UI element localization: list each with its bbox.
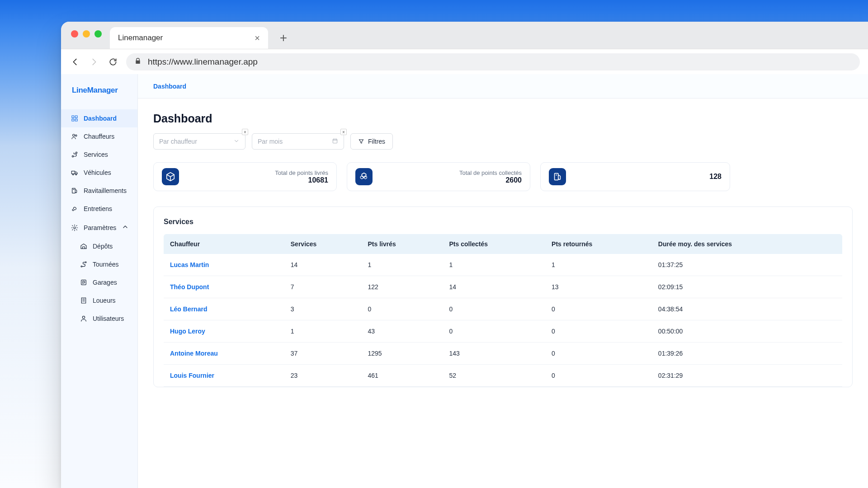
filter-row: × Par chauffeur × Par mois bbox=[153, 133, 853, 150]
close-window-icon[interactable] bbox=[71, 30, 78, 38]
stat-label: Total de points livrés bbox=[275, 169, 328, 176]
sidebar-item-label: Dashboard bbox=[84, 115, 117, 122]
calendar-icon bbox=[332, 138, 338, 145]
browser-tab[interactable]: Linemanager × bbox=[110, 27, 268, 49]
driver-link[interactable]: Théo Dupont bbox=[170, 283, 209, 291]
driver-link[interactable]: Hugo Leroy bbox=[170, 328, 205, 335]
maximize-window-icon[interactable] bbox=[94, 30, 102, 38]
lock-icon bbox=[134, 57, 142, 67]
cell-services: 7 bbox=[284, 276, 362, 298]
sidebar-item-services[interactable]: Services bbox=[61, 145, 137, 164]
sidebar-item-label: Chauffeurs bbox=[84, 133, 114, 140]
svg-rect-1 bbox=[75, 116, 77, 118]
clear-driver-filter[interactable]: × bbox=[242, 129, 248, 135]
stat-value: 2600 bbox=[459, 176, 522, 184]
month-select-placeholder: Par mois bbox=[258, 138, 283, 145]
stat-card-fuel: 128 bbox=[540, 162, 730, 191]
driver-select[interactable]: Par chauffeur bbox=[153, 133, 245, 150]
cell-retournes: 0 bbox=[545, 343, 652, 365]
address-bar[interactable]: https://www.linemanager.app bbox=[126, 53, 860, 70]
close-tab-icon[interactable]: × bbox=[255, 33, 260, 43]
sidebar-sub-utilisateurs[interactable]: Utilisateurs bbox=[61, 310, 137, 328]
cell-duree: 02:09:15 bbox=[652, 276, 842, 298]
col-services[interactable]: Services bbox=[284, 234, 362, 254]
cell-retournes: 13 bbox=[545, 276, 652, 298]
stat-cards: Total de points livrés 10681 Total de po… bbox=[153, 162, 853, 191]
sidebar-item-label: Véhicules bbox=[84, 169, 111, 176]
breadcrumb-bar: Dashboard bbox=[138, 74, 868, 99]
new-tab-button[interactable]: + bbox=[273, 27, 294, 49]
svg-point-7 bbox=[75, 152, 77, 153]
sidebar-sub-loueurs[interactable]: Loueurs bbox=[61, 291, 137, 310]
cell-livres: 1 bbox=[362, 254, 443, 276]
browser-tab-title: Linemanager bbox=[118, 33, 163, 42]
sidebar-sub-garages[interactable]: Garages bbox=[61, 273, 137, 291]
driver-link[interactable]: Antoine Moreau bbox=[170, 350, 218, 357]
svg-point-4 bbox=[73, 134, 75, 136]
reload-button[interactable] bbox=[107, 56, 119, 68]
back-button[interactable] bbox=[69, 56, 81, 68]
breadcrumb[interactable]: Dashboard bbox=[153, 83, 186, 90]
sidebar-item-label: Loueurs bbox=[93, 297, 116, 304]
sidebar-item-label: Paramètres bbox=[84, 224, 116, 231]
cell-services: 14 bbox=[284, 254, 362, 276]
svg-point-5 bbox=[75, 135, 77, 136]
col-chauffeur[interactable]: Chauffeur bbox=[164, 234, 284, 254]
cell-duree: 00:50:00 bbox=[652, 320, 842, 343]
sidebar-item-entretiens[interactable]: Entretiens bbox=[61, 200, 137, 218]
table-row: Lucas Martin1411101:37:25 bbox=[164, 254, 842, 276]
svg-rect-0 bbox=[72, 116, 74, 118]
svg-rect-2 bbox=[72, 119, 74, 121]
cell-retournes: 1 bbox=[545, 254, 652, 276]
filters-button[interactable]: Filtres bbox=[350, 133, 393, 150]
clear-month-filter[interactable]: × bbox=[340, 129, 347, 135]
panel-title: Services bbox=[164, 218, 842, 226]
chevron-down-icon bbox=[233, 138, 240, 145]
main: Dashboard Dashboard × Par chauffeur bbox=[138, 74, 868, 488]
fuel-icon bbox=[71, 187, 78, 194]
users-icon bbox=[71, 133, 78, 140]
sidebar-item-vehicules[interactable]: Véhicules bbox=[61, 164, 137, 182]
cell-collectes: 1 bbox=[443, 254, 546, 276]
cell-duree: 01:37:25 bbox=[652, 254, 842, 276]
cell-livres: 122 bbox=[362, 276, 443, 298]
boxes-icon bbox=[355, 168, 373, 185]
table-row: Théo Dupont7122141302:09:15 bbox=[164, 276, 842, 298]
parking-icon bbox=[80, 279, 87, 286]
sidebar-item-label: Ravitaillements bbox=[84, 187, 127, 194]
table-header-row: Chauffeur Services Pts livrés Pts collec… bbox=[164, 234, 842, 254]
sidebar-sub-depots[interactable]: Dépôts bbox=[61, 237, 137, 255]
gear-icon bbox=[71, 224, 78, 231]
col-collectes[interactable]: Pts collectés bbox=[443, 234, 546, 254]
path-icon bbox=[80, 261, 87, 268]
driver-link[interactable]: Louis Fournier bbox=[170, 372, 214, 379]
cell-services: 23 bbox=[284, 365, 362, 387]
cell-collectes: 52 bbox=[443, 365, 546, 387]
cell-collectes: 0 bbox=[443, 320, 546, 343]
sidebar-item-parametres[interactable]: Paramètres bbox=[61, 218, 137, 237]
col-duree[interactable]: Durée moy. des services bbox=[652, 234, 842, 254]
url-text: https://www.linemanager.app bbox=[148, 57, 258, 67]
col-retournes[interactable]: Pts retournés bbox=[545, 234, 652, 254]
gas-pump-icon bbox=[549, 168, 566, 185]
month-select[interactable]: Par mois bbox=[252, 133, 344, 150]
driver-link[interactable]: Léo Bernard bbox=[170, 305, 207, 313]
driver-link[interactable]: Lucas Martin bbox=[170, 261, 209, 268]
filter-icon bbox=[358, 138, 364, 145]
sidebar-item-chauffeurs[interactable]: Chauffeurs bbox=[61, 127, 137, 145]
stat-value: 10681 bbox=[275, 176, 328, 184]
cell-services: 1 bbox=[284, 320, 362, 343]
cell-livres: 43 bbox=[362, 320, 443, 343]
table-row: Antoine Moreau371295143001:39:26 bbox=[164, 343, 842, 365]
sidebar-item-dashboard[interactable]: Dashboard bbox=[61, 109, 137, 127]
svg-rect-3 bbox=[75, 119, 77, 121]
svg-point-12 bbox=[74, 227, 75, 229]
package-icon bbox=[162, 168, 179, 185]
sidebar-item-label: Garages bbox=[93, 279, 117, 286]
col-livres[interactable]: Pts livrés bbox=[362, 234, 443, 254]
sidebar-sub-tournees[interactable]: Tournées bbox=[61, 255, 137, 273]
minimize-window-icon[interactable] bbox=[83, 30, 90, 38]
user-icon bbox=[80, 315, 87, 322]
forward-button[interactable] bbox=[88, 56, 100, 68]
sidebar-item-ravitaillements[interactable]: Ravitaillements bbox=[61, 182, 137, 200]
